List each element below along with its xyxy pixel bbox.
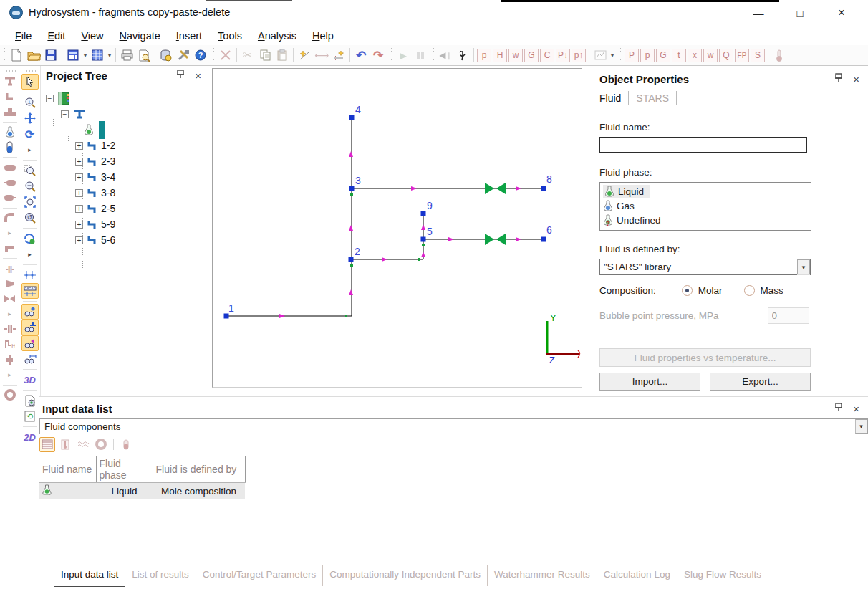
insert-reducer-icon[interactable] (1, 276, 19, 291)
menu-insert[interactable]: Insert (168, 28, 210, 44)
menu-help[interactable]: Help (304, 28, 342, 44)
probe-cursor-icon[interactable] (455, 47, 471, 63)
plot-FP-icon[interactable]: FP (735, 49, 749, 62)
pipe-lines[interactable] (226, 118, 544, 316)
radio-mass-label[interactable]: Mass (761, 285, 783, 296)
menu-edit[interactable]: Edit (39, 28, 73, 44)
minimize-button[interactable]: — (738, 0, 779, 26)
units-settings-icon[interactable] (65, 47, 81, 63)
help-icon[interactable]: ? (193, 47, 208, 63)
view-2d-icon[interactable]: 2D (21, 429, 39, 445)
fluid-name-input[interactable] (599, 137, 807, 153)
tab-waterhammer-results[interactable]: Waterhammer Results (488, 565, 597, 586)
zoom-previous-icon[interactable]: ↺ (21, 210, 39, 226)
result-P-down-icon[interactable]: P↓ (556, 49, 570, 62)
collapse-box-icon[interactable]: − (61, 110, 69, 118)
column-fluid-name[interactable]: Fluid name (39, 456, 96, 483)
tree-fragment-2-5[interactable]: + 2-5 (75, 201, 210, 216)
split-node-icon[interactable] (331, 47, 347, 63)
zoom-window-icon[interactable] (21, 163, 39, 178)
insert-tank-inlet-icon[interactable] (1, 175, 19, 190)
show-fittings-icon[interactable] (21, 320, 39, 335)
result-H-icon[interactable]: H (493, 49, 507, 62)
tree-root-project[interactable]: − (46, 90, 210, 106)
insert-tank-icon[interactable] (1, 160, 19, 175)
phase-option-undefined[interactable]: ? Undefined (600, 213, 811, 227)
rotate-more-arrow-icon[interactable]: ▸ (21, 142, 39, 158)
plot-w-icon[interactable]: w (703, 49, 718, 62)
chevron-down-icon[interactable]: ▾ (797, 259, 810, 274)
flange-more-arrow-icon[interactable]: ▸ (1, 368, 19, 383)
insert-ring-icon[interactable] (1, 388, 19, 403)
chevron-down-icon[interactable]: ▾ (855, 419, 867, 434)
menu-view[interactable]: View (73, 28, 111, 44)
refresh-document-icon[interactable]: ⟲ (21, 408, 39, 424)
ring-list-icon[interactable] (93, 437, 109, 452)
rotate-3d-icon[interactable] (21, 231, 39, 246)
toolbar-grip[interactable] (432, 48, 435, 62)
toolbar-grip[interactable] (390, 48, 393, 62)
result-p-icon[interactable]: p (477, 49, 491, 62)
pause-icon[interactable] (413, 47, 428, 63)
tab-fluid[interactable]: Fluid (599, 91, 629, 105)
show-lengths-icon[interactable] (21, 351, 39, 367)
elbow-more-arrow-icon[interactable]: ▸ (1, 226, 19, 241)
run-calculation-icon[interactable]: ▶ (395, 47, 411, 63)
show-nodes-icon[interactable] (21, 304, 39, 320)
zoom-in-out-icon[interactable]: ± (21, 95, 39, 110)
merge-link-icon[interactable]: ⟷ (314, 47, 329, 63)
result-p-up-icon[interactable]: p↑ (572, 49, 586, 62)
insert-tank-outlet-icon[interactable] (1, 190, 19, 205)
tab-input-data-list[interactable]: Input data list (54, 565, 125, 587)
maximize-button[interactable]: □ (779, 0, 821, 26)
tab-stars[interactable]: STARS (636, 91, 677, 105)
plot-p-icon[interactable]: p (640, 49, 655, 62)
tab-list-of-results[interactable]: List of results (125, 565, 196, 586)
scheme-canvas[interactable]: 1 2 3 4 5 6 8 9 Y Z (212, 68, 582, 388)
plot-G-icon[interactable]: G (656, 49, 670, 62)
tools-icon[interactable] (175, 47, 191, 63)
show-axes-icon[interactable] (21, 267, 39, 283)
rename-cursor[interactable] (99, 121, 105, 139)
insert-elbow-icon[interactable] (1, 211, 19, 226)
delete-icon[interactable] (218, 47, 233, 63)
insert-fluid-icon[interactable] (1, 124, 19, 139)
tree-fragment-2-3[interactable]: + 2-3 (75, 153, 210, 169)
plot-t-icon[interactable]: t (672, 49, 686, 62)
toolbar-grip[interactable] (619, 48, 622, 62)
defined-by-select[interactable]: "STARS" library ▾ (599, 259, 811, 275)
thermometer-list-icon[interactable] (57, 437, 73, 452)
radio-mass[interactable] (744, 285, 755, 296)
save-icon[interactable] (43, 47, 59, 63)
show-flow-arrows-icon[interactable] (21, 335, 39, 351)
plot-S-icon[interactable]: S (751, 49, 765, 62)
plot-Q-icon[interactable]: Q (719, 49, 733, 62)
pin-icon[interactable] (177, 70, 185, 81)
tree-fragment-1-2[interactable]: + 1-2 (75, 138, 210, 153)
zoom-out-icon[interactable] (21, 178, 39, 194)
tree-pipeline-system[interactable]: − (61, 106, 210, 122)
insert-pipe-icon[interactable] (1, 89, 19, 104)
result-w-icon[interactable]: w (508, 49, 523, 62)
sample-tube-list-icon[interactable] (118, 437, 134, 452)
close-icon[interactable]: × (853, 403, 859, 415)
insert-flange-icon[interactable] (1, 352, 19, 367)
valve-more-arrow-icon[interactable]: ▸ (1, 307, 19, 322)
data-category-select[interactable]: Fluid components ▾ (39, 418, 868, 434)
print-icon[interactable] (119, 47, 135, 63)
toolbar-grip[interactable] (3, 48, 6, 62)
menu-analysis[interactable]: Analysis (250, 28, 304, 44)
close-icon[interactable]: × (853, 73, 859, 85)
tree-fragment-5-6[interactable]: + 5-6 (75, 232, 210, 248)
open-file-icon[interactable] (26, 47, 42, 63)
skip-to-start-icon[interactable]: ◀❘ (438, 47, 453, 63)
expand-box-icon[interactable]: + (75, 142, 83, 150)
fluid-phase-list[interactable]: Liquid Gas ? Undefined (599, 182, 811, 231)
regenerate-model-icon[interactable] (21, 393, 39, 408)
radio-molar-label[interactable]: Molar (698, 285, 723, 296)
node-square[interactable] (224, 115, 546, 319)
plot-P-icon[interactable]: P (625, 49, 639, 62)
import-button[interactable]: Import... (599, 373, 700, 391)
insert-valve-icon[interactable] (1, 292, 19, 307)
cut-icon[interactable]: ✂ (240, 47, 256, 63)
